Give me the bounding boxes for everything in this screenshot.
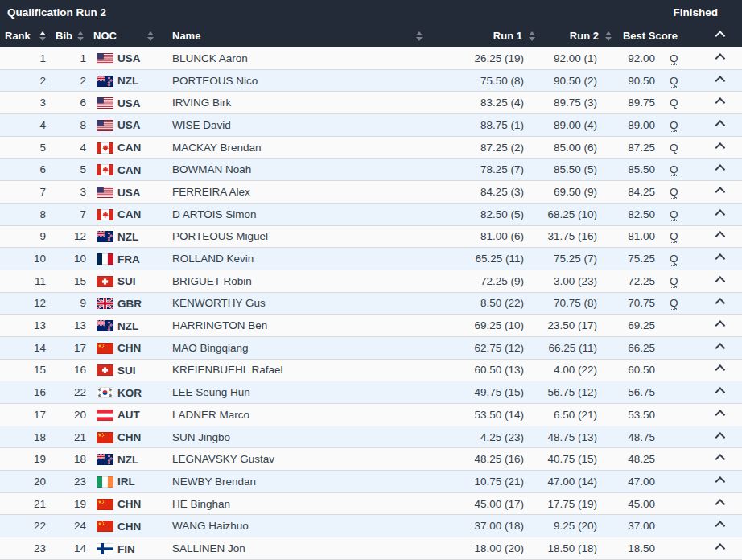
col-header-name[interactable]: Name — [165, 24, 431, 47]
result-row[interactable]: 20 23 IRL NEWBY Brendan 10.75 (21) 47.00… — [0, 471, 742, 493]
chevron-up-icon[interactable] — [715, 76, 725, 86]
col-header-run2[interactable]: Run 2 — [543, 24, 620, 47]
best-score: 75.25 — [620, 248, 665, 270]
row-expand-cell — [695, 359, 742, 381]
row-expand-cell — [695, 92, 742, 114]
athlete-name: HARRINGTON Ben — [165, 315, 431, 337]
result-row[interactable]: 15 16 SUI KREIENBUEHL Rafael 60.50 (13) … — [0, 359, 742, 381]
noc-code: NZL — [117, 320, 138, 332]
chevron-up-icon[interactable] — [715, 410, 725, 420]
bib-value: 2 — [51, 69, 89, 92]
chevron-up-icon[interactable] — [715, 432, 725, 443]
result-row[interactable]: 17 20 AUT LADNER Marco 53.50 (14) 6.50 (… — [0, 404, 742, 426]
chevron-up-icon[interactable] — [715, 543, 725, 554]
chevron-up-icon[interactable] — [715, 476, 725, 487]
col-header-best-score[interactable]: Best Score — [620, 24, 695, 47]
chevron-up-icon[interactable] — [715, 454, 725, 464]
bib-value: 10 — [51, 248, 89, 270]
run1-score: 69.25 (10) — [431, 315, 543, 337]
result-row[interactable]: 22 24 CHN WANG Haizhuo 37.00 (18) 9.25 (… — [0, 515, 742, 537]
athlete-name: IRVING Birk — [165, 92, 431, 114]
run2-score: 18.50 (18) — [543, 537, 620, 560]
chevron-up-icon[interactable] — [715, 209, 725, 220]
bib-value: 8 — [51, 114, 89, 137]
noc-code: USA — [117, 52, 141, 64]
result-row[interactable]: 16 22 KOR LEE Seung Hun 49.75 (15) 56.75… — [0, 381, 742, 404]
chevron-up-icon[interactable] — [715, 142, 725, 153]
chevron-up-icon[interactable] — [715, 187, 725, 197]
row-expand-cell — [695, 203, 742, 225]
qualified-cell — [665, 515, 695, 537]
result-row[interactable]: 14 17 CHN MAO Bingqiang 62.75 (12) 66.25… — [0, 336, 742, 359]
noc-cell: FRA — [89, 248, 165, 270]
qualified-cell: Q — [665, 270, 695, 292]
chevron-up-icon[interactable] — [715, 387, 725, 397]
chevron-up-icon[interactable] — [715, 53, 725, 64]
col-header-noc[interactable]: NOC — [89, 24, 165, 47]
row-expand-cell — [695, 404, 742, 426]
result-row[interactable]: 19 18 NZL LEGNAVSKY Gustav 48.25 (16) 40… — [0, 448, 742, 471]
run2-score: 4.00 (22) — [543, 359, 620, 381]
bib-value: 13 — [51, 315, 89, 337]
bib-value: 9 — [51, 292, 89, 315]
result-row[interactable]: 13 13 NZL HARRINGTON Ben 69.25 (10) 23.5… — [0, 315, 742, 337]
noc-cell: USA — [89, 92, 165, 114]
sort-icon-noc — [147, 31, 154, 41]
flag-nzl-icon — [97, 454, 113, 465]
rank-value: 16 — [0, 381, 51, 404]
result-row[interactable]: 21 19 CHN HE Binghan 45.00 (17) 17.75 (1… — [0, 492, 742, 515]
noc-cell: NZL — [89, 225, 165, 248]
chevron-up-icon[interactable] — [715, 97, 725, 108]
athlete-name: NEWBY Brendan — [165, 471, 431, 493]
collapse-all-header[interactable] — [695, 24, 742, 47]
athlete-name: BRIGUET Robin — [165, 270, 431, 292]
chevron-up-icon[interactable] — [715, 276, 725, 286]
result-row[interactable]: 12 9 GBR KENWORTHY Gus 8.50 (22) 70.75 (… — [0, 292, 742, 315]
run2-score: 85.50 (5) — [543, 159, 620, 181]
col-header-rank[interactable]: Rank — [0, 24, 51, 47]
chevron-up-icon[interactable] — [715, 253, 725, 264]
qualified-cell — [665, 315, 695, 337]
athlete-name: HE Binghan — [165, 492, 431, 515]
result-row[interactable]: 7 3 USA FERREIRA Alex 84.25 (3) 69.50 (9… — [0, 181, 742, 204]
run2-score: 89.75 (3) — [543, 92, 620, 114]
rank-value: 23 — [0, 537, 51, 560]
run1-score: 10.75 (21) — [431, 471, 543, 493]
result-row[interactable]: 10 10 FRA ROLLAND Kevin 65.25 (11) 75.25… — [0, 248, 742, 270]
run1-score: 60.50 (13) — [431, 359, 543, 381]
chevron-up-icon[interactable] — [715, 521, 725, 531]
chevron-up-icon[interactable] — [715, 164, 725, 175]
noc-cell: USA — [89, 114, 165, 137]
result-row[interactable]: 11 15 SUI BRIGUET Robin 72.25 (9) 3.00 (… — [0, 270, 742, 292]
flag-nzl-icon — [97, 231, 113, 242]
result-row[interactable]: 9 12 NZL PORTEOUS Miguel 81.00 (6) 31.75… — [0, 225, 742, 248]
result-row[interactable]: 5 4 CAN MACKAY Brendan 87.25 (2) 85.00 (… — [0, 136, 742, 159]
chevron-up-icon[interactable] — [715, 320, 725, 331]
row-expand-cell — [695, 225, 742, 248]
result-row[interactable]: 8 7 CAN D ARTOIS Simon 82.50 (5) 68.25 (… — [0, 203, 742, 225]
chevron-up-icon[interactable] — [715, 299, 725, 309]
result-row[interactable]: 2 2 NZL PORTEOUS Nico 75.50 (8) 90.50 (2… — [0, 69, 742, 92]
results-body: 1 1 USA BLUNCK Aaron 26.25 (19) 92.00 (1… — [0, 47, 742, 559]
qualified-cell: Q — [665, 69, 695, 92]
result-row[interactable]: 6 5 CAN BOWMAN Noah 78.25 (7) 85.50 (5) … — [0, 159, 742, 181]
result-row[interactable]: 1 1 USA BLUNCK Aaron 26.25 (19) 92.00 (1… — [0, 47, 742, 69]
col-header-run1[interactable]: Run 1 — [431, 24, 543, 47]
qualified-cell: Q — [665, 159, 695, 181]
result-row[interactable]: 3 6 USA IRVING Birk 83.25 (4) 89.75 (3) … — [0, 92, 742, 114]
result-row[interactable]: 4 8 USA WISE David 88.75 (1) 89.00 (4) 8… — [0, 114, 742, 137]
chevron-up-icon[interactable] — [715, 343, 725, 353]
best-score: 92.00 — [620, 47, 665, 69]
result-row[interactable]: 18 21 CHN SUN Jingbo 4.25 (23) 48.75 (13… — [0, 426, 742, 448]
noc-code: CAN — [117, 164, 141, 176]
chevron-up-icon[interactable] — [715, 120, 725, 130]
chevron-up-icon[interactable] — [715, 231, 725, 241]
result-row[interactable]: 23 14 FIN SALLINEN Jon 18.00 (20) 18.50 … — [0, 537, 742, 560]
chevron-up-icon[interactable] — [715, 499, 725, 509]
sort-icon-name — [416, 31, 423, 41]
col-header-bib[interactable]: Bib — [51, 24, 89, 47]
qualified-badge: Q — [670, 208, 678, 221]
row-expand-cell — [695, 47, 742, 69]
qualified-cell: Q — [665, 114, 695, 137]
chevron-up-icon[interactable] — [715, 365, 725, 376]
